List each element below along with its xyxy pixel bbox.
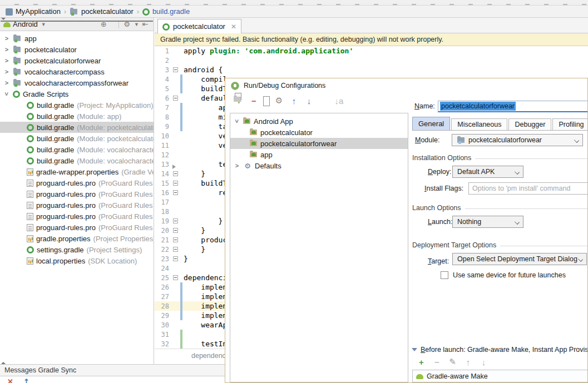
chevron-expanded-icon[interactable]: > [3,91,10,97]
close-icon[interactable]: ✕ [4,376,16,383]
gutter-fold-column [171,282,180,292]
module-dropdown[interactable]: pocketcalculatorforwear [452,134,583,146]
name-input[interactable]: pocketcalculatorforwear [438,101,588,112]
sort-alphabetically-icon[interactable]: ↓a [333,96,345,106]
config-tree-item-defaults[interactable]: >⚙Defaults [230,160,408,171]
tree-item-proguard-rules-pro[interactable]: proguard-rules.pro(ProGuard Rules for a [0,177,154,188]
tree-item-local-properties[interactable]: local.properties(SDK Location) [0,255,154,266]
move-up-icon[interactable]: ↑ [462,357,474,367]
breadcrumb-item-myapplication[interactable]: MyApplication [3,7,63,16]
config-tree-item-pocketcalculatorforwear[interactable]: pocketcalculatorforwear [230,138,408,149]
collapse-icon[interactable]: ↥ [21,376,32,383]
tree-item-gradle-wrapper-properties[interactable]: gradle-wrapper.properties(Gradle Versio [0,166,154,177]
fold-open-icon[interactable] [173,190,178,195]
remove-icon[interactable]: − [248,96,260,106]
edit-icon[interactable]: ✎ [447,357,458,367]
fold-open-icon[interactable] [173,275,178,280]
chevron-collapsed-icon[interactable]: > [3,68,10,75]
tree-item-gradle-scripts[interactable]: >Gradle Scripts [0,88,154,100]
tree-item-build-gradle[interactable]: build.gradle(Module: app) [0,111,154,122]
edit-defaults-icon[interactable]: ⚙ [273,96,285,106]
dialog-toolbar: +−⚙↑↓↓a [233,95,345,106]
chevron-collapsed-icon[interactable]: > [3,79,10,86]
folder-icon[interactable] [318,96,330,106]
add-icon[interactable]: + [416,357,427,367]
change-marker [180,311,182,320]
chevron-collapsed-icon[interactable]: > [3,35,10,42]
tab-debugger[interactable]: Debugger [508,118,551,130]
breadcrumb-item-build.gradle[interactable]: build.gradle [140,7,192,16]
chevron-down-icon[interactable]: ▼ [134,22,139,27]
fold-close-icon[interactable] [173,228,178,233]
fold-open-icon[interactable] [173,96,178,101]
line-number: 26 [155,283,171,291]
deploy-label: Deploy: [428,168,451,176]
chevron-down-icon[interactable]: ▼ [41,22,46,27]
before-launch-section[interactable]: Before launch: Gradle-aware Make, Instan… [412,346,588,354]
code-text: } [184,170,205,178]
breadcrumb-item-pocketcalculator[interactable]: pocketcalculator [67,7,136,16]
tree-item-build-gradle[interactable]: build.gradle(Module: pocketcalculator) [0,122,154,133]
task-gradle-aware-make[interactable]: Gradle-aware Make [413,370,588,382]
gutter-change-column [180,65,184,74]
tree-item-gradle-properties[interactable]: gradle.properties(Project Properties) [0,233,154,244]
before-launch-toolbar: +−✎↑↓ [416,357,490,367]
tree-item-build-gradle[interactable]: build.gradle(Module: vocalocharacterco [0,155,154,166]
tree-item-build-gradle[interactable]: build.gradle(Module: pocketcalculatorfo [0,133,154,144]
tree-item-proguard-rules-pro[interactable]: proguard-rules.pro(ProGuard Rules for p [0,200,154,211]
fold-close-icon[interactable] [173,256,178,261]
launch-dropdown[interactable]: Nothing [452,216,523,228]
tree-item-proguard-rules-pro[interactable]: proguard-rules.pro(ProGuard Rules for v [0,222,154,233]
fold-close-icon[interactable] [173,171,178,176]
collapse-all-icon[interactable] [110,19,116,29]
tab-pocketcalculator[interactable]: pocketcalculator ✕ [157,19,241,33]
move-down-icon[interactable]: ↓ [478,357,490,367]
tree-item-pocketcalculatorforwear[interactable]: >pocketcalculatorforwear [0,55,154,66]
chevron-collapsed-icon[interactable]: > [3,46,10,53]
install-flags-input[interactable]: Options to 'pm install' command [468,182,588,195]
project-icon [6,8,13,16]
install-flags-label: Install Flags: [424,185,463,192]
tree-item-settings-gradle[interactable]: settings.gradle(Project Settings) [0,244,154,255]
target-dropdown[interactable]: Open Select Deployment Target Dialog [452,253,587,265]
chevron-collapsed-icon[interactable]: > [234,162,240,169]
copy-icon[interactable] [263,96,270,106]
gutter-change-column [180,150,184,160]
fold-open-icon[interactable] [173,67,178,72]
same-device-checkbox[interactable] [441,271,448,279]
config-tree-item-android-app[interactable]: >Android App [230,116,408,127]
fold-open-icon[interactable] [173,237,178,242]
deploy-dropdown[interactable]: Default APK [452,166,523,178]
tree-item-build-gradle[interactable]: build.gradle(Project: MyApplication) [0,100,154,111]
config-tree-label: pocketcalculatorforwear [260,140,337,148]
launch-label: Launch: [428,218,452,226]
tree-item-pocketcalculator[interactable]: >pocketcalculator [0,44,154,55]
tree-item-proguard-rules-pro[interactable]: proguard-rules.pro(ProGuard Rules for v [0,211,154,222]
config-tree-item-app[interactable]: app [230,149,408,160]
messages-bar-label: Messages Gradle Sync [4,366,76,374]
tab-general[interactable]: General [412,117,450,130]
tab-profiling[interactable]: Profiling [552,118,588,130]
move-up-icon[interactable]: ↑ [288,96,300,106]
section-deployment-target-options: Deployment Target Options [412,241,587,249]
tree-item-vocalocharactercompassforwear[interactable]: >vocalocharactercompassforwear [0,77,154,88]
chevron-expanded-icon[interactable]: > [234,118,240,125]
tree-item-vocalocharactercompass[interactable]: >vocalocharactercompass [0,66,154,77]
move-down-icon[interactable]: ↓ [303,96,315,106]
fold-close-icon[interactable] [173,247,178,252]
config-tree-item-pocketcalculator[interactable]: pocketcalculator [230,127,408,138]
tab-miscellaneous[interactable]: Miscellaneous [451,118,507,130]
gutter-fold-column [171,56,180,65]
code-text: } [184,217,223,225]
fold-close-icon[interactable] [173,218,178,223]
close-icon[interactable]: ✕ [231,23,236,31]
expand-triangle-icon[interactable] [412,348,417,351]
gutter-change-column [180,207,184,216]
tree-item-build-gradle[interactable]: build.gradle(Module: vocalocharacterco [0,144,154,155]
gradle-icon [27,113,34,120]
tree-item-app[interactable]: >app [0,33,154,44]
tree-item-proguard-rules-pro[interactable]: proguard-rules.pro(ProGuard Rules for p [0,188,154,200]
fold-open-icon[interactable] [173,181,178,186]
chevron-collapsed-icon[interactable]: > [3,57,10,64]
remove-icon[interactable]: − [431,357,443,367]
